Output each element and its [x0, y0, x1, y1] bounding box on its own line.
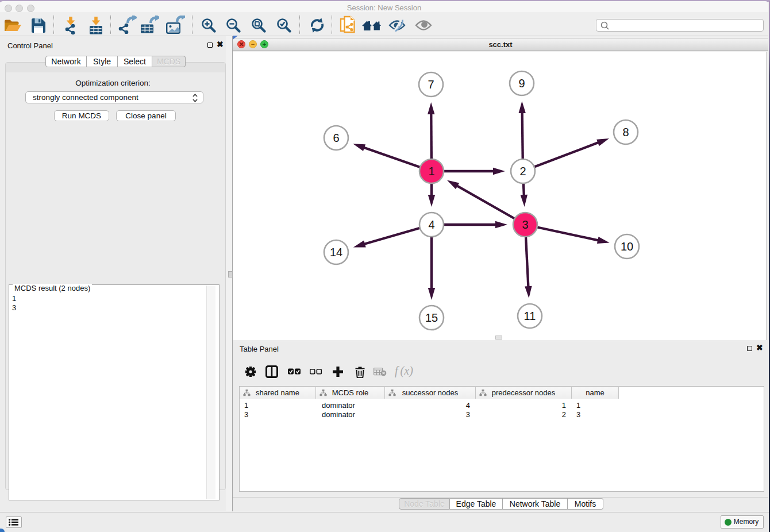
svg-text:6: 6 [333, 132, 339, 144]
svg-text:10: 10 [621, 240, 633, 253]
svg-text:11: 11 [524, 310, 536, 322]
svg-text:15: 15 [425, 311, 438, 324]
svg-text:8: 8 [622, 126, 629, 138]
svg-text:1: 1 [428, 165, 434, 178]
svg-text:14: 14 [330, 246, 342, 259]
svg-text:4: 4 [428, 218, 434, 231]
svg-text:3: 3 [522, 218, 528, 231]
svg-text:7: 7 [428, 78, 434, 91]
svg-text:9: 9 [518, 77, 525, 90]
svg-text:2: 2 [519, 165, 526, 178]
